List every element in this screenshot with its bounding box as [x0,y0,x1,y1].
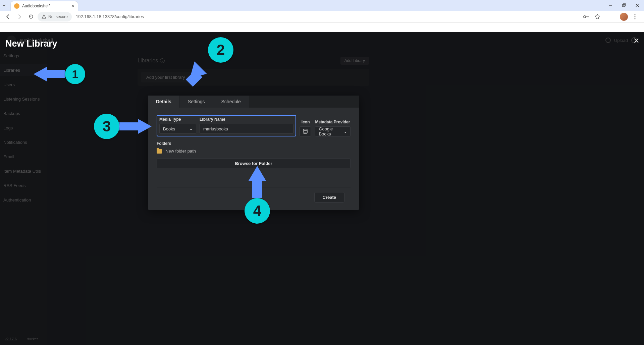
folder-path-placeholder: New folder path [165,149,196,154]
tab-title: Audiobookshelf [22,4,68,8]
password-key-icon[interactable] [583,14,590,19]
svg-point-7 [584,15,586,17]
folders-label: Folders [157,141,351,146]
window-close-button[interactable] [631,0,644,11]
highlighted-fields: Media Type Books ⌄ Library Name [157,115,296,136]
window-restore-button[interactable] [617,0,631,11]
forward-button[interactable] [15,12,24,21]
library-name-label: Library Name [200,117,293,122]
browse-folder-button[interactable]: Browse for Folder [157,158,351,168]
address-bar[interactable]: 192.168.1.18:13378/config/libraries [76,14,581,19]
reload-button[interactable] [26,12,36,21]
modal-tabs: Details Settings Schedule [148,96,359,108]
media-type-select[interactable]: Books ⌄ [159,124,196,134]
bookmark-star-icon[interactable] [594,14,600,20]
tab-details[interactable]: Details [148,96,180,108]
provider-value: Google Books [319,126,344,136]
database-icon [303,129,308,134]
security-label: Not secure [48,14,68,19]
create-button[interactable]: Create [314,192,344,203]
browser-menu-icon[interactable] [633,14,637,19]
svg-rect-2 [623,4,626,6]
profile-avatar[interactable] [620,13,628,21]
tab-list-dropdown[interactable] [0,0,8,11]
favicon-icon [14,3,19,9]
svg-point-12 [634,16,635,17]
tab-settings[interactable]: Settings [180,96,213,108]
metadata-provider-select[interactable]: Google Books ⌄ [315,126,351,136]
chevron-down-icon: ⌄ [190,127,193,131]
svg-point-14 [303,129,307,130]
svg-rect-1 [623,4,625,7]
svg-point-6 [44,17,44,18]
modal-close-button[interactable]: ✕ [633,37,639,45]
tab-close-icon[interactable]: ✕ [71,4,74,8]
library-name-input[interactable] [200,124,293,134]
folder-icon [157,149,162,154]
new-library-panel: Details Settings Schedule Media Type Boo… [148,96,359,210]
icon-label: Icon [300,120,312,124]
app-root: audiobookshelf Upload Settings Libraries… [0,32,644,345]
browser-toolbar: Not secure 192.168.1.18:13378/config/lib… [0,11,644,23]
back-button[interactable] [3,12,13,21]
library-icon-select[interactable] [300,126,311,136]
modal-title: New Library [5,39,57,49]
library-name-input-field[interactable] [203,126,290,131]
browser-tab-strip: Audiobookshelf ✕ [0,0,644,11]
security-chip[interactable]: Not secure [38,12,72,21]
provider-label: Metadata Provider [315,120,351,124]
window-minimize-button[interactable] [604,0,617,11]
folder-path-row[interactable]: New folder path [157,149,351,154]
window-controls [604,0,644,11]
svg-point-11 [634,14,635,15]
media-type-label: Media Type [159,117,196,122]
svg-point-13 [634,18,635,19]
warning-icon [42,14,46,19]
tab-schedule[interactable]: Schedule [213,96,249,108]
media-type-value: Books [163,126,175,131]
chevron-down-icon: ⌄ [344,129,347,134]
browser-tab[interactable]: Audiobookshelf ✕ [11,1,78,11]
